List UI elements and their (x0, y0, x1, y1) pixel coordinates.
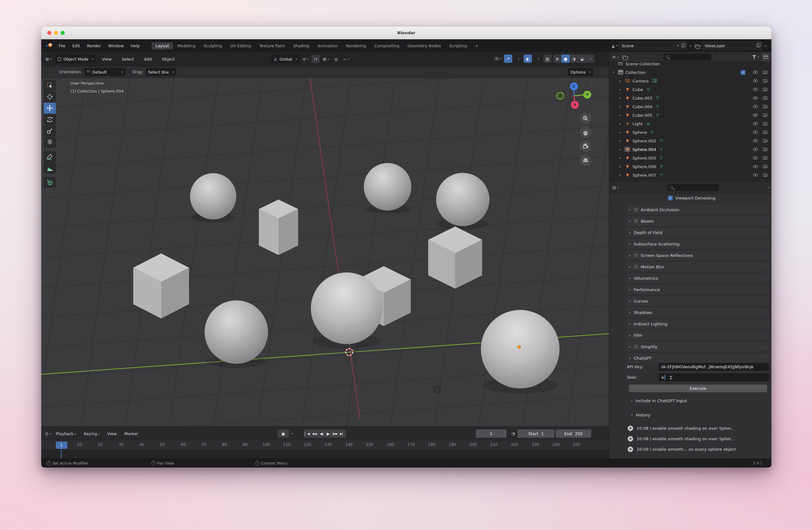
outliner-filter-button[interactable]: ▾ (751, 53, 760, 61)
tool-transform[interactable] (44, 137, 56, 148)
outliner-display-mode[interactable]: ≡▾ (611, 53, 620, 61)
hide-eye-icon[interactable] (753, 156, 758, 160)
outliner-item[interactable]: ▸ ▼ Cube.004 ▽ (609, 102, 771, 111)
workspace-tab-compositing[interactable]: Compositing (371, 42, 403, 49)
xray-toggle[interactable]: ▥ (543, 55, 552, 63)
zoom-icon[interactable] (580, 113, 591, 124)
gizmo-axis-z[interactable]: Z (570, 83, 578, 90)
unlink-scene-button[interactable]: × (687, 43, 694, 48)
panel-indirect-lighting[interactable]: ▸Indirect Lighting∷∷ (626, 319, 769, 328)
timeline-track[interactable] (41, 450, 609, 459)
play-reverse-button[interactable]: ◀ (318, 429, 325, 438)
panel-screen-space-reflections[interactable]: ▸Screen Space Reflections∷∷ (626, 251, 769, 260)
panel-depth-of-field[interactable]: ▸Depth of Field∷∷ (626, 228, 769, 237)
collection-checkbox[interactable]: ✓ (741, 70, 745, 75)
tool-cursor[interactable] (44, 91, 56, 102)
workspace-tab-uv-editing[interactable]: UV Editing (227, 42, 255, 49)
pin-icon[interactable]: ⌖ (677, 43, 679, 48)
current-frame-indicator[interactable]: 1 (56, 442, 67, 449)
outliner-row-scene-collection[interactable]: Scene Collection (609, 62, 771, 68)
menu-help[interactable]: Help (127, 43, 143, 48)
history-header[interactable]: ▾ History (630, 413, 651, 417)
expand-icon[interactable]: ▾ (609, 71, 618, 74)
render-visibility-icon[interactable] (763, 114, 767, 117)
playback-menu[interactable]: Playback▾ (52, 431, 80, 436)
hide-eye-icon[interactable] (753, 174, 758, 177)
panel-subsurface-scattering[interactable]: ▸Subsurface Scattering∷∷ (626, 239, 769, 249)
hide-eye-icon[interactable] (753, 97, 758, 100)
properties-options-dropdown[interactable]: ▾ (769, 186, 770, 189)
minimize-window-button[interactable] (54, 31, 58, 35)
menu-window[interactable]: Window (105, 43, 127, 48)
menu-select[interactable]: Select (118, 57, 138, 61)
maximize-window-button[interactable] (61, 31, 65, 35)
workspace-tab-shading[interactable]: Shading (289, 42, 313, 49)
panel-checkbox[interactable] (634, 265, 638, 269)
menu-view[interactable]: View (98, 57, 115, 61)
orientation-setting-selector[interactable]: ⤱ Default ▾ (84, 68, 126, 76)
hide-eye-icon[interactable] (753, 165, 758, 168)
snap-toggle[interactable]: ⊓ (311, 55, 320, 63)
blender-logo-icon[interactable] (46, 42, 53, 49)
history-item[interactable]: × 10:09 | enable smooth... on every sphe… (628, 445, 769, 454)
outliner-search-input[interactable] (664, 54, 711, 61)
shading-wireframe-icon[interactable]: ⊕ (553, 55, 562, 63)
expand-icon[interactable]: ▸ (616, 122, 625, 125)
drag-setting-selector[interactable]: Select Box ▾ (146, 68, 176, 76)
expand-icon[interactable]: ▸ (616, 156, 625, 160)
outliner-item[interactable]: ▸ ▼ Cube ▽ (609, 85, 771, 93)
cube-object[interactable] (428, 226, 482, 289)
sphere-object[interactable] (436, 173, 490, 226)
playhead-line[interactable] (61, 449, 61, 459)
render-visibility-icon[interactable] (763, 174, 767, 177)
delete-history-icon[interactable]: × (628, 436, 633, 442)
prev-keyframe-button[interactable]: ◀◀ (311, 429, 318, 438)
viewlayer-selector[interactable]: ViewLayer (702, 42, 762, 50)
scene-type-icon[interactable]: ◭▾ (611, 42, 619, 50)
scene-selector[interactable]: Scene ⌖ (619, 42, 687, 50)
panel-curves[interactable]: ▸Curves∷∷ (626, 296, 769, 306)
panel-shadows[interactable]: ▸Shadows∷∷ (626, 308, 769, 317)
menu-add[interactable]: Add (140, 57, 156, 61)
render-visibility-icon[interactable] (763, 105, 767, 108)
show-overlays-toggle[interactable]: ◐ (524, 55, 532, 63)
expand-icon[interactable]: ▸ (616, 148, 625, 151)
panel-ambient-occlusion[interactable]: ▸Ambient Occlusion∷∷ (626, 205, 769, 215)
sphere-object[interactable] (311, 273, 382, 344)
outliner-item[interactable]: ▸ ▼ Sphere.005 ▽ (609, 154, 771, 162)
viewlayer-type-icon[interactable]: ▾ (694, 42, 702, 50)
close-window-button[interactable] (47, 31, 52, 35)
hide-eye-icon[interactable] (753, 88, 758, 91)
menu-object[interactable]: Object (158, 57, 178, 61)
render-visibility-icon[interactable] (763, 122, 767, 125)
viewport-3d[interactable] (41, 78, 609, 426)
include-chatgpt-input-header[interactable]: ▸ Include in ChatGPT Input (630, 398, 687, 403)
show-gizmo-toggle[interactable]: ↗ (504, 55, 512, 63)
tool-add-cube[interactable] (44, 177, 56, 188)
snap-settings-selector[interactable]: ⊞▾ (322, 55, 330, 63)
view-menu[interactable]: View (103, 431, 120, 436)
outliner-row-collection[interactable]: ▾ Collection ✓ (609, 68, 771, 76)
workspace-tab-modeling[interactable]: Modeling (174, 42, 199, 49)
copy-viewlayer-icon[interactable] (756, 44, 759, 47)
menu-render[interactable]: Render (84, 43, 105, 48)
pivot-point-selector[interactable]: ⊙▾ (301, 55, 309, 63)
timeline-editor-type[interactable]: ◷▾ (44, 429, 52, 438)
workspace-tab-animation[interactable]: Animation (314, 42, 342, 49)
delete-history-icon[interactable]: × (628, 426, 633, 431)
expand-icon[interactable]: ▸ (616, 105, 625, 108)
visibility-dropdown[interactable]: ▾ (494, 55, 503, 63)
next-keyframe-button[interactable]: ▶▶ (332, 429, 339, 438)
task-field[interactable]: a ⌶ (658, 373, 769, 381)
render-visibility-icon[interactable] (763, 88, 767, 91)
hide-eye-icon[interactable] (753, 79, 758, 83)
remove-viewlayer-button[interactable]: × (762, 43, 769, 48)
mode-selector[interactable]: Object Mode ▾ (55, 55, 96, 63)
sphere-object[interactable] (364, 163, 411, 211)
sidebar-toggle-icon[interactable]: ‹ (591, 80, 593, 84)
render-visibility-icon[interactable] (763, 148, 767, 151)
jump-to-end-button[interactable]: ▶▏ (339, 429, 346, 438)
tool-move[interactable] (44, 103, 56, 114)
expand-icon[interactable]: ▸ (616, 114, 625, 117)
gizmo-axis-x[interactable]: X (571, 101, 579, 109)
